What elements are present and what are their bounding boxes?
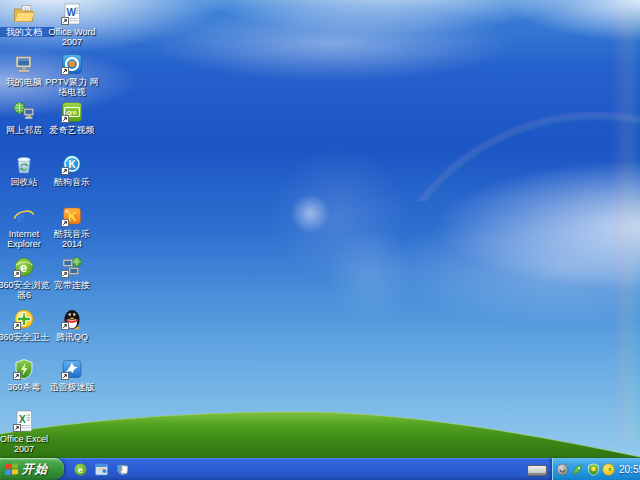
360-browser-quicklaunch-icon[interactable]: e	[72, 461, 88, 477]
svg-text:e: e	[77, 464, 82, 474]
recycle-bin-icon	[13, 153, 35, 175]
shortcut-arrow-icon	[13, 372, 21, 380]
xunlei-bird-icon	[61, 358, 83, 380]
internet-explorer-icon: e	[13, 205, 35, 227]
windows-logo-icon	[4, 462, 19, 476]
office-excel-icon: X	[13, 410, 35, 432]
desktop-icon-kuwo[interactable]: K 酷我音乐 2014	[42, 205, 102, 249]
tray-green-status-icon[interactable]	[571, 463, 584, 476]
kugou-icon: K	[61, 153, 83, 175]
360-guard-icon	[13, 308, 35, 330]
shortcut-arrow-icon	[13, 322, 21, 330]
quick-launch-bar: e	[70, 458, 130, 480]
browser360-letter: e	[20, 260, 27, 275]
ie-window-quicklaunch-icon[interactable]	[93, 461, 109, 477]
rainbow-band	[612, 12, 640, 442]
desktop-icon-xunlei[interactable]: 迅雷极速版	[42, 358, 102, 392]
icon-label: 迅雷极速版	[42, 382, 102, 392]
start-label: 开始	[22, 461, 48, 478]
iqiyi-icon: iQIYI	[61, 101, 83, 123]
my-documents-icon	[13, 3, 35, 25]
network-places-icon	[13, 101, 35, 123]
icon-label: Office Word 2007	[42, 27, 102, 47]
shortcut-arrow-icon	[13, 270, 21, 278]
kugou-letter: K	[69, 159, 77, 170]
shortcut-arrow-icon	[61, 17, 69, 25]
kuwo-letter: K	[68, 210, 77, 224]
shortcut-arrow-icon	[13, 424, 21, 432]
kuwo-icon: K	[61, 205, 83, 227]
pptv-icon	[61, 53, 83, 75]
tray-360-antivirus-icon[interactable]	[602, 463, 615, 476]
desktop-icon-pptv[interactable]: PPTV聚力 网络电视	[42, 53, 102, 97]
icon-label: 酷狗音乐	[42, 177, 102, 187]
language-bar-button[interactable]	[527, 465, 547, 476]
shortcut-arrow-icon	[61, 67, 69, 75]
tray-360-guard-icon[interactable]	[587, 463, 600, 476]
desktop-icon-office-word[interactable]: W Office Word 2007	[42, 3, 102, 47]
shortcut-arrow-icon	[61, 219, 69, 227]
taskbar: 开始 e 2	[0, 458, 640, 480]
shortcut-arrow-icon	[61, 322, 69, 330]
shortcut-arrow-icon	[61, 167, 69, 175]
icon-label: 腾讯QQ	[42, 332, 102, 342]
desktop-icon-broadband[interactable]: 宽带连接	[42, 256, 102, 290]
qq-penguin-icon	[61, 308, 83, 330]
desktop[interactable]: 我的文档 我的电脑 网上邻居	[0, 0, 640, 480]
start-button[interactable]: 开始	[0, 458, 64, 480]
icon-label: 酷我音乐 2014	[42, 229, 102, 249]
shortcut-arrow-icon	[61, 270, 69, 278]
my-computer-icon	[13, 53, 35, 75]
360-browser-icon: e	[13, 256, 35, 278]
ie-letter: e	[17, 207, 25, 226]
desktop-icon-office-excel[interactable]: X Office Excel 2007	[0, 410, 54, 454]
excel-letter: X	[19, 414, 26, 425]
icon-label: PPTV聚力 网络电视	[42, 77, 102, 97]
shortcut-arrow-icon	[61, 372, 69, 380]
system-tray: 20:55	[552, 458, 640, 480]
tray-clock[interactable]: 20:55	[619, 464, 640, 475]
desktop-icon-qq[interactable]: 腾讯QQ	[42, 308, 102, 342]
tray-gray-status-icon[interactable]	[556, 463, 569, 476]
desktop-icon-iqiyi[interactable]: iQIYI 爱奇艺视频	[42, 101, 102, 135]
grass-hill	[0, 406, 640, 458]
show-desktop-quicklaunch-icon[interactable]	[114, 461, 130, 477]
broadband-connection-icon	[61, 256, 83, 278]
icon-label: Office Excel 2007	[0, 434, 54, 454]
icon-label: 宽带连接	[42, 280, 102, 290]
360-antivirus-icon	[13, 358, 35, 380]
icon-label: 爱奇艺视频	[42, 125, 102, 135]
office-word-icon: W	[61, 3, 83, 25]
shortcut-arrow-icon	[61, 115, 69, 123]
desktop-icon-kugou[interactable]: K 酷狗音乐	[42, 153, 102, 187]
